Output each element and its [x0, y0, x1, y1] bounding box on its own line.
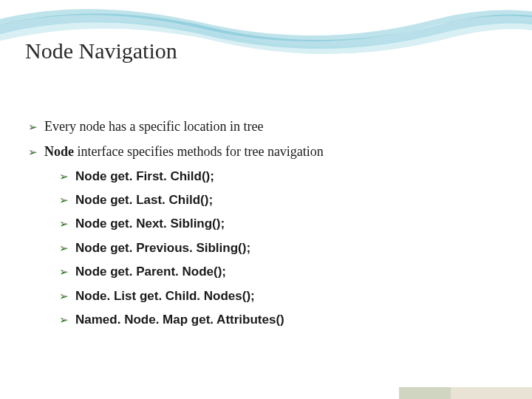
- sub-bullet-item: ➢Node. List get. Child. Nodes();: [59, 287, 502, 306]
- sub-bullet-item: ➢Named. Node. Map get. Attributes(): [59, 310, 502, 330]
- bullet-item: ➢ Every node has a specific location in …: [28, 117, 502, 137]
- bullet-arrow-icon: ➢: [59, 239, 75, 256]
- bullet-arrow-icon: ➢: [59, 191, 75, 208]
- bullet-arrow-icon: ➢: [59, 168, 75, 185]
- bullet-arrow-icon: ➢: [28, 143, 44, 160]
- method-signature: Node. List get. Child. Nodes();: [75, 287, 255, 306]
- bold-term: Node: [44, 144, 74, 159]
- footer-decoration: [0, 377, 532, 399]
- method-signature: Node get. Next. Sibling();: [75, 214, 225, 233]
- method-signature: Node get. Last. Child();: [75, 191, 213, 210]
- sub-bullet-item: ➢Node get. Next. Sibling();: [59, 214, 502, 233]
- method-signature: Node get. Parent. Node();: [75, 262, 226, 282]
- sub-bullet-item: ➢Node get. First. Child();: [59, 167, 502, 186]
- bullet-arrow-icon: ➢: [59, 287, 75, 304]
- bullet-text-rest: interface specifies methods for tree nav…: [74, 144, 324, 159]
- bullet-item: ➢ Node interface specifies methods for t…: [28, 142, 502, 163]
- slide-content: ➢ Every node has a specific location in …: [28, 117, 502, 334]
- bullet-arrow-icon: ➢: [59, 215, 75, 232]
- bullet-text: Every node has a specific location in tr…: [44, 117, 263, 137]
- bullet-text: Node interface specifies methods for tre…: [44, 142, 324, 163]
- bullet-arrow-icon: ➢: [28, 118, 44, 135]
- sub-bullet-item: ➢Node get. Last. Child();: [59, 191, 502, 210]
- bullet-arrow-icon: ➢: [59, 311, 75, 328]
- method-signature: Node get. First. Child();: [75, 167, 214, 186]
- method-signature: Node get. Previous. Sibling();: [75, 239, 250, 258]
- sub-bullet-item: ➢Node get. Parent. Node();: [59, 262, 502, 282]
- svg-rect-1: [399, 387, 451, 399]
- sub-bullet-item: ➢Node get. Previous. Sibling();: [59, 239, 502, 258]
- bullet-arrow-icon: ➢: [59, 263, 75, 280]
- method-signature: Named. Node. Map get. Attributes(): [75, 310, 284, 330]
- slide-title: Node Navigation: [25, 38, 177, 64]
